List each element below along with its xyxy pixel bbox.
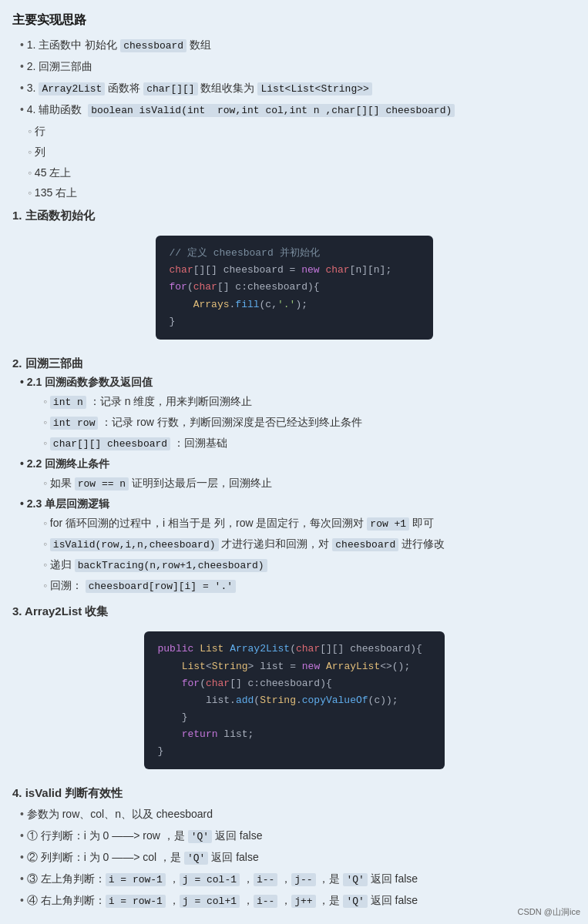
code-int-n: int n xyxy=(50,396,86,409)
bullet-4: 4. 辅助函数 boolean isValid(int row,int col,… xyxy=(20,101,576,119)
code-backtracing-call: backTracing(n,row+1,cheesboard) xyxy=(75,559,267,572)
code-chararray: char[][] xyxy=(143,82,197,95)
code-lu2: j = col-1 xyxy=(180,873,240,886)
watermark: CSDN @山洞ice xyxy=(518,906,580,918)
code-ru2: j = col+1 xyxy=(180,895,240,908)
sub23-item4: 回溯： cheesboard[row][i] = '.' xyxy=(43,577,576,595)
code-q3: 'Q' xyxy=(343,873,367,886)
code-ru1: i = row-1 xyxy=(106,895,166,908)
code-lu4: j-- xyxy=(291,873,315,886)
s4-bullet-5: ④ 右上角判断：i = row-1 ，j = col+1 ，i-- ，j++ ，… xyxy=(20,892,576,910)
sub-bullet-135: 135 右上 xyxy=(28,184,576,203)
code-q2: 'Q' xyxy=(184,852,208,865)
bullet-1: 1. 主函数中 初始化 chessboard 数组 xyxy=(20,36,576,55)
code-reset-cell: cheesboard[row][i] = '.' xyxy=(86,580,236,593)
code-row-eq-n: row == n xyxy=(75,477,129,490)
bullet-3: 3. Array2List 函数将 char[][] 数组收集为 List<Li… xyxy=(20,79,576,98)
section2-title: 2. 回溯三部曲 xyxy=(12,357,576,371)
code-comment-1: // 定义 cheesboard 并初始化 xyxy=(170,247,320,259)
sub21-title: • 2.1 回溯函数参数及返回值 xyxy=(20,376,576,390)
code-isvalid-call: isValid(row,i,n,cheesboard) xyxy=(50,538,219,551)
code-block-1: // 定义 cheesboard 并初始化 char[][] cheesboar… xyxy=(156,236,433,339)
sub-bullet-col: 列 xyxy=(28,143,576,162)
code-array2list: Array2List xyxy=(39,82,105,95)
page-title: 主要实现思路 xyxy=(12,12,576,28)
code-chessboard-1: chessboard xyxy=(120,39,186,52)
code-lu1: i = row-1 xyxy=(106,873,166,886)
section3-title: 3. Array2List 收集 xyxy=(12,604,576,619)
s4-bullet-2: ① 行判断：i 为 0 ——> row ，是 'Q' 返回 false xyxy=(20,827,576,845)
code-q4: 'Q' xyxy=(343,895,367,908)
code-char-cheesboard: char[][] cheesboard xyxy=(50,437,170,450)
sub21-item3: char[][] cheesboard ：回溯基础 xyxy=(43,434,576,453)
sub-bullet-45: 45 左上 xyxy=(28,164,576,182)
section1-title: 1. 主函数初始化 xyxy=(12,209,576,223)
sub21-item1: int n ：记录 n 维度，用来判断回溯终止 xyxy=(43,393,576,411)
code-q1: 'Q' xyxy=(188,830,212,843)
page-wrapper: 主要实现思路 1. 主函数中 初始化 chessboard 数组 2. 回溯三部… xyxy=(0,0,588,924)
sub22-title: • 2.2 回溯终止条件 xyxy=(20,457,576,471)
code-type-1: char xyxy=(170,264,193,276)
sub23-item2: isValid(row,i,n,cheesboard) 才进行递归和回溯，对 c… xyxy=(43,535,576,554)
code-ru3: i-- xyxy=(254,895,277,908)
code-int-row: int row xyxy=(50,417,99,430)
sub-bullet-row: 行 xyxy=(28,122,576,141)
code-lu3: i-- xyxy=(254,873,277,886)
code-isvalid-sig: boolean isValid(int row,int col,int n ,c… xyxy=(88,104,455,117)
sub21-item2: int row ：记录 row 行数，判断回溯深度是否已经达到终止条件 xyxy=(43,413,576,432)
code-cheesboard-2: cheesboard xyxy=(332,538,398,551)
code-block-2: public List Array2List(char[][] cheesboa… xyxy=(144,631,445,769)
code-row-plus1: row +1 xyxy=(367,517,409,531)
bullet-2: 2. 回溯三部曲 xyxy=(20,58,576,76)
s4-bullet-4: ③ 左上角判断：i = row-1 ，j = col-1 ，i-- ，j-- ，… xyxy=(20,870,576,889)
s4-bullet-3: ② 列判断：i 为 0 ——> col ，是 'Q' 返回 false xyxy=(20,849,576,867)
code-listtype: List<List<String>> xyxy=(257,82,371,95)
sub23-item1: for 循环回溯的过程中，i 相当于是 列，row 是固定行，每次回溯对 row… xyxy=(43,514,576,533)
sub23-item3: 递归 backTracing(n,row+1,cheesboard) xyxy=(43,556,576,574)
s4-bullet-1: 参数为 row、col、n、以及 cheesboard xyxy=(20,805,576,824)
sub23-title: • 2.3 单层回溯逻辑 xyxy=(20,497,576,511)
code-ru4: j++ xyxy=(291,895,315,908)
sub22-item1: 如果 row == n 证明到达最后一层，回溯终止 xyxy=(43,474,576,493)
section4-title: 4. isValid 判断有效性 xyxy=(12,786,576,801)
